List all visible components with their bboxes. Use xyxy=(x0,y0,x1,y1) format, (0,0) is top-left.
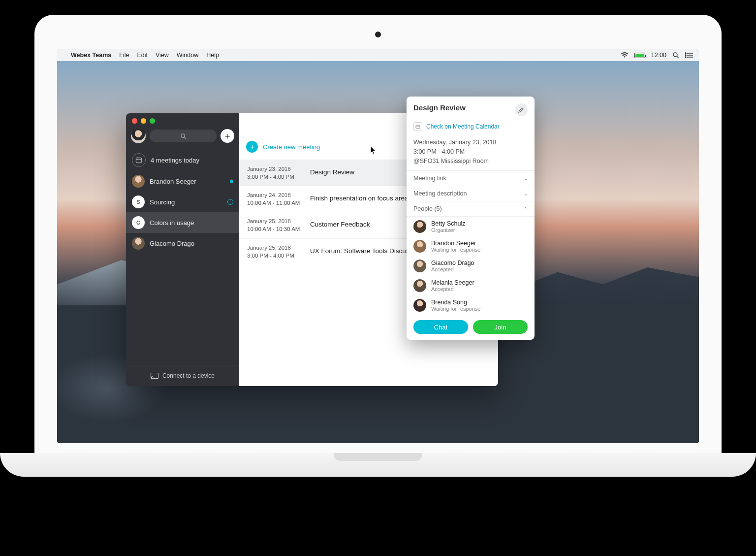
meeting-date: January 24, 2018 xyxy=(247,191,301,199)
connect-device-button[interactable]: Connect to a device xyxy=(126,365,239,386)
attendee-row[interactable]: Brandon SeegerWaiting for response xyxy=(407,236,535,256)
presence-dot-icon xyxy=(230,180,233,183)
avatar: S xyxy=(132,196,145,208)
create-meeting-label: Create new meeting xyxy=(263,143,320,151)
svg-line-9 xyxy=(184,137,186,139)
sidebar-item-label: Giacomo Drago xyxy=(150,240,194,247)
sidebar-item-giacomo-drago[interactable]: Giacomo Drago xyxy=(126,233,239,254)
sidebar-item-label: Sourcing xyxy=(150,198,175,206)
meeting-time: 3:00 PM - 4:00 PM xyxy=(247,173,301,181)
minimize-window-icon[interactable] xyxy=(141,118,146,124)
calendar-icon xyxy=(132,153,146,167)
menu-view[interactable]: View xyxy=(156,52,169,59)
app-name[interactable]: Webex Teams xyxy=(71,52,111,59)
fullscreen-window-icon[interactable] xyxy=(150,118,155,124)
avatar xyxy=(413,260,426,272)
detail-date: Wednesday, January 23, 2018 xyxy=(413,138,528,147)
sidebar-item-sourcing[interactable]: S Sourcing xyxy=(126,192,239,212)
meeting-date: January 25, 2018 xyxy=(247,217,301,225)
menu-window[interactable]: Window xyxy=(177,52,198,59)
laptop-frame: Webex Teams File Edit View Window Help 1… xyxy=(34,15,722,507)
wifi-icon[interactable] xyxy=(621,52,629,58)
svg-line-1 xyxy=(677,56,679,58)
edit-button[interactable] xyxy=(515,103,528,116)
attendee-status: Accepted xyxy=(431,286,474,292)
menu-help[interactable]: Help xyxy=(206,52,219,59)
svg-point-7 xyxy=(685,57,686,58)
cast-icon xyxy=(151,373,158,379)
attendee-name: Giacomo Drago xyxy=(431,260,474,266)
search-icon xyxy=(180,133,187,139)
attendee-name: Betty Schulz xyxy=(431,220,465,227)
menu-file[interactable]: File xyxy=(119,52,129,59)
mouse-cursor-icon xyxy=(370,146,377,156)
camera-dot xyxy=(375,32,381,37)
mention-badge-icon xyxy=(227,199,233,205)
detail-title: Design Review xyxy=(413,103,515,112)
user-avatar[interactable] xyxy=(131,129,146,143)
desktop-screen: Webex Teams File Edit View Window Help 1… xyxy=(57,49,699,443)
avatar xyxy=(413,220,426,233)
chevron-down-icon: ⌄ xyxy=(524,176,528,181)
svg-point-6 xyxy=(685,55,686,56)
avatar xyxy=(413,299,426,312)
avatar xyxy=(413,279,426,292)
section-people[interactable]: People (5) ⌃ xyxy=(407,201,535,217)
connect-device-label: Connect to a device xyxy=(162,372,215,379)
sidebar-item-colors-in-usage[interactable]: C Colors in usage xyxy=(126,212,239,233)
sidebar-meetings-today[interactable]: 4 meetings today xyxy=(126,149,239,171)
calendar-icon xyxy=(413,122,422,131)
svg-point-0 xyxy=(673,53,677,57)
sidebar-item-brandon-seeger[interactable]: Brandon Seeger xyxy=(126,171,239,192)
attendee-row[interactable]: Brenda SongWaiting for response xyxy=(407,295,535,315)
menubar-clock[interactable]: 12:00 xyxy=(651,52,666,59)
add-button[interactable]: ＋ xyxy=(220,129,234,143)
avatar xyxy=(413,240,426,253)
attendee-row[interactable]: Melania SeegerAccepted xyxy=(407,276,535,295)
attendee-name: Brandon Seeger xyxy=(431,240,480,247)
meeting-time: 10:00 AM - 10:30 AM xyxy=(247,225,301,233)
calendar-link[interactable]: Check on Meeting Calendar xyxy=(407,120,535,136)
battery-icon[interactable] xyxy=(634,53,645,58)
meeting-date: January 23, 2018 xyxy=(247,165,301,173)
svg-point-8 xyxy=(181,133,184,137)
spotlight-icon[interactable] xyxy=(672,52,679,59)
pencil-icon xyxy=(518,107,524,113)
attendee-row[interactable]: Betty SchulzOrganizer xyxy=(407,217,535,236)
attendee-status: Waiting for response xyxy=(431,247,480,253)
chevron-up-icon: ⌃ xyxy=(524,206,528,212)
sidebar-item-label: Colors in usage xyxy=(150,219,194,227)
section-label: Meeting description xyxy=(413,190,467,197)
close-window-icon[interactable] xyxy=(132,118,137,124)
detail-time: 3:00 PM - 4:00 PM xyxy=(413,147,528,157)
attendee-name: Melania Seeger xyxy=(431,279,474,286)
meeting-time: 3:00 PM - 4:00 PM xyxy=(247,252,301,260)
chevron-down-icon: ⌄ xyxy=(524,191,528,196)
meetings-today-label: 4 meetings today xyxy=(151,157,199,164)
section-label: People (5) xyxy=(413,205,442,212)
menu-edit[interactable]: Edit xyxy=(137,52,148,59)
meeting-date: January 25, 2018 xyxy=(247,244,301,252)
calendar-link-label: Check on Meeting Calendar xyxy=(426,123,500,130)
screen-bezel: Webex Teams File Edit View Window Help 1… xyxy=(34,15,722,453)
plus-icon: ＋ xyxy=(246,141,258,153)
sidebar: ＋ 4 meetings today Brandon Seeger xyxy=(126,113,239,386)
attendee-status: Accepted xyxy=(431,266,474,272)
search-input[interactable] xyxy=(150,130,217,142)
list-icon[interactable] xyxy=(685,52,693,58)
attendee-status: Waiting for response xyxy=(431,306,480,312)
attendee-status: Organizer xyxy=(431,227,465,233)
svg-rect-15 xyxy=(416,125,420,129)
section-meeting-link[interactable]: Meeting link ⌄ xyxy=(407,171,535,186)
avatar: C xyxy=(132,216,145,229)
avatar xyxy=(132,175,145,188)
meeting-time: 10:00 AM - 11:00 AM xyxy=(247,199,301,207)
attendee-row[interactable]: Giacomo DragoAccepted xyxy=(407,256,535,276)
svg-point-5 xyxy=(685,53,686,54)
section-meeting-description[interactable]: Meeting description ⌄ xyxy=(407,186,535,201)
window-traffic-lights xyxy=(126,113,239,127)
chat-button[interactable]: Chat xyxy=(413,320,468,334)
macos-menubar: Webex Teams File Edit View Window Help 1… xyxy=(57,49,699,61)
join-button[interactable]: Join xyxy=(473,320,528,334)
avatar xyxy=(132,237,145,250)
